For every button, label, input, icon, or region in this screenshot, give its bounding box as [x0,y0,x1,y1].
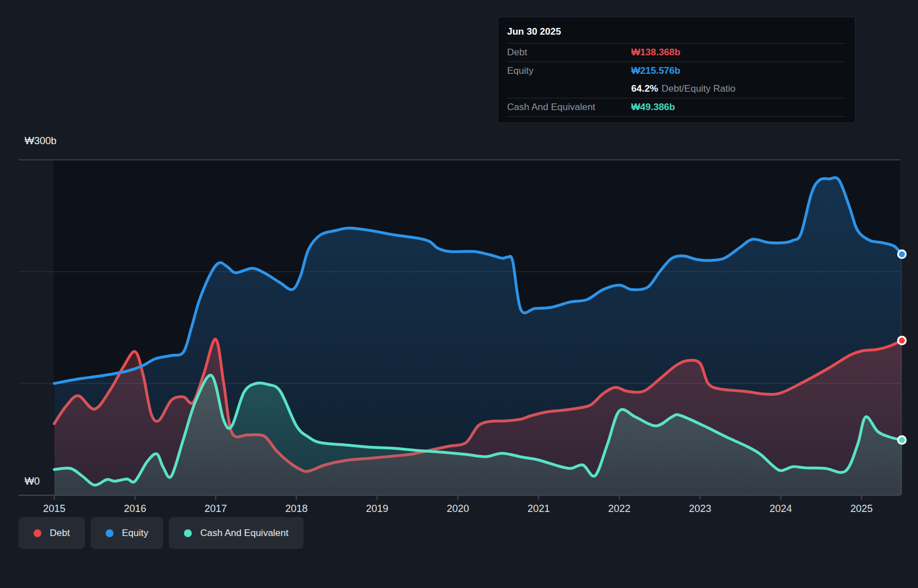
x-axis-label-2022: 2022 [608,503,631,514]
x-axis [18,495,900,500]
tooltip-cash-value: ₩49.386b [631,102,675,113]
x-axis-label-2024: 2024 [770,503,792,514]
tooltip-row-equity: Equity ₩215.576b [507,62,846,80]
equity-series-dot-icon [106,529,113,537]
legend-equity-label: Equity [122,528,148,539]
x-axis-label-2025: 2025 [850,503,873,514]
x-axis-year-labels: 2015201620172018201920202021202220232024… [43,503,873,514]
tooltip-equity-label: Equity [507,65,631,77]
cash-and-equivalent-endpoint-marker[interactable] [899,437,905,443]
x-axis-label-2023: 2023 [689,503,711,514]
x-axis-label-2020: 2020 [447,503,469,514]
tooltip-ratio-percent: 64.2% [631,83,658,94]
chart-legend: Debt Equity Cash And Equivalent [18,517,304,549]
legend-item-debt[interactable]: Debt [18,517,85,549]
equity-endpoint-marker[interactable] [899,251,905,257]
legend-cash-label: Cash And Equivalent [200,528,288,539]
legend-item-cash[interactable]: Cash And Equivalent [169,517,304,549]
x-axis-label-2016: 2016 [124,503,146,514]
tooltip-row-debt: Debt ₩138.368b [507,44,846,62]
x-axis-label-2021: 2021 [527,503,550,514]
x-axis-label-2018: 2018 [285,503,307,514]
x-axis-label-2015: 2015 [43,503,65,514]
tooltip-row-cash: Cash And Equivalent ₩49.386b [507,98,846,117]
tooltip-date: Jun 30 2025 [507,24,846,44]
chart-tooltip: Jun 30 2025 Debt ₩138.368b Equity ₩215.5… [498,17,855,123]
legend-item-equity[interactable]: Equity [91,517,163,549]
debt-endpoint-marker[interactable] [899,338,905,344]
x-axis-label-2017: 2017 [205,503,227,514]
debt-series-dot-icon [34,529,41,537]
tooltip-debt-label: Debt [507,47,631,58]
tooltip-equity-value: ₩215.576b [631,65,680,77]
legend-debt-label: Debt [50,528,70,539]
y-axis-label-0: ₩0 [25,476,40,487]
x-axis-label-2019: 2019 [366,503,389,514]
tooltip-ratio-label: Debt/Equity Ratio [661,83,735,94]
tooltip-row-ratio: 64.2%Debt/Equity Ratio [507,80,846,98]
tooltip-cash-label: Cash And Equivalent [507,102,631,113]
cash-series-dot-icon [184,529,192,537]
y-axis-label-300b: ₩300b [25,135,56,146]
tooltip-debt-value: ₩138.368b [631,47,680,58]
chart-stage: ₩300b ₩0 2015201620172018201920202021202… [0,0,918,588]
